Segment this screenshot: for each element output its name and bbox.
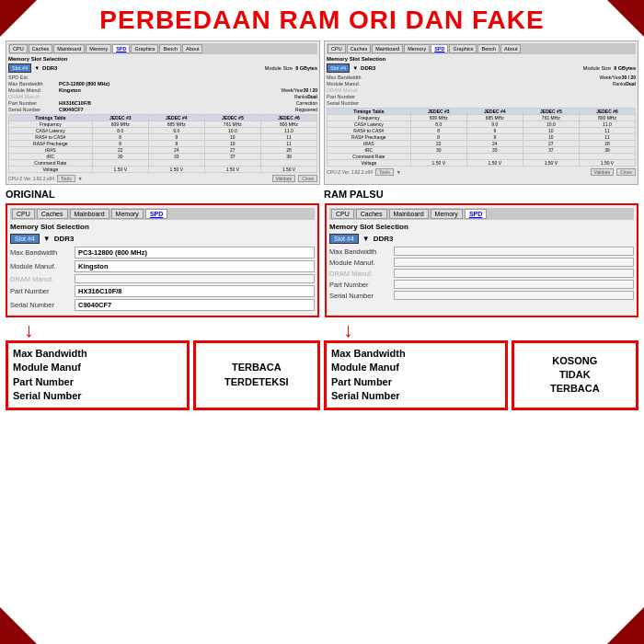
- dram-manuf-label-sr: DRAM Manuf.: [327, 87, 377, 93]
- memory-slot-title-ll: Memory Slot Selection: [10, 223, 315, 231]
- close-btn-sr[interactable]: Close: [616, 168, 636, 176]
- module-manuf-value-lr: [394, 258, 634, 267]
- ddr-label-sl: DDR3: [42, 65, 57, 71]
- timing-header-0-sl: Timings Table: [9, 115, 93, 121]
- tab-mainboard-sl[interactable]: Mainboard: [53, 44, 85, 53]
- tabs-bar-large-left: CPU Caches Mainboard Memory SPD: [10, 208, 315, 220]
- module-size-label-sl: Module Size: [60, 65, 293, 71]
- arrow-down-left: ↓: [6, 320, 319, 340]
- close-btn-sl[interactable]: Close: [298, 175, 317, 182]
- tools-btn-sl[interactable]: Tools: [57, 175, 75, 182]
- part-row-sl: Part Number HX316C10F/8 Correction: [8, 100, 317, 106]
- footer-bar-sr: CPU-Z Ver. 1.92.2.x64 Tools ▼ Validate C…: [327, 168, 636, 176]
- serial-row-sr: Serial Number: [327, 100, 636, 106]
- tab-memory-sl[interactable]: Memory: [86, 44, 111, 53]
- tab-memory-sr[interactable]: Memory: [404, 44, 430, 53]
- week-year-label-sl: Week/Year: [282, 87, 304, 93]
- top-row: CPU Caches Mainboard Memory SPD Graphics…: [0, 39, 644, 187]
- ddr-label-ll: DDR3: [54, 235, 75, 243]
- tab-caches-ll[interactable]: Caches: [37, 209, 68, 219]
- slot-select-lr[interactable]: Slot #4: [329, 234, 359, 244]
- serial-label-lr: Serial Number: [329, 292, 394, 300]
- tab-caches-sr[interactable]: Caches: [347, 44, 372, 53]
- slot-row-lr: Slot #4 ▼ DDR3: [329, 234, 634, 244]
- footer-ver-sl: CPU-Z Ver. 1.92.2.x64: [8, 176, 54, 181]
- module-manuf-row-ll: Module Manuf. Kingston: [10, 260, 315, 272]
- timing-row-1-sl: CAS# Latency8.09.010.011.0: [9, 128, 317, 134]
- tab-spd-sl[interactable]: SPD: [112, 44, 130, 53]
- part-row-ll: Part Number HX316C10F/8: [10, 285, 315, 297]
- tab-bench-sr[interactable]: Bench: [477, 44, 500, 53]
- info-section: Max BandwidthModule ManufPart NumberSeri…: [0, 340, 644, 412]
- tab-cpu-lr[interactable]: CPU: [331, 209, 354, 219]
- spd-ext-value-sl: [59, 75, 317, 80]
- tab-bench-sl[interactable]: Bench: [159, 44, 181, 53]
- tab-about-sr[interactable]: About: [500, 44, 521, 53]
- part-label-lr: Part Number: [329, 281, 394, 289]
- tab-mainboard-ll[interactable]: Mainboard: [70, 209, 109, 219]
- tab-caches-lr[interactable]: Caches: [356, 209, 387, 219]
- dram-manuf-row-ll: DRAM Manuf.: [10, 274, 315, 283]
- tab-cpu-ll[interactable]: CPU: [12, 209, 35, 219]
- max-bw-value-sr: [377, 75, 596, 80]
- header: PERBEDAAN RAM ORI DAN FAKE: [0, 0, 644, 39]
- slot-arrow-lr[interactable]: ▼: [362, 235, 370, 243]
- ranks-value-sl: Dual: [307, 94, 317, 99]
- tools-btn-sr[interactable]: Tools: [375, 168, 394, 176]
- part-row-sr: Part Number: [327, 94, 636, 99]
- arrow-right-container: ↓: [325, 319, 638, 340]
- week-year-value-sl: 30 / 20: [304, 87, 317, 93]
- serial-value-lr: [394, 291, 634, 300]
- tab-about-sl[interactable]: About: [182, 44, 202, 53]
- tab-mainboard-sr[interactable]: Mainboard: [372, 44, 403, 53]
- bottom-row: CPU Caches Mainboard Memory SPD Memory S…: [0, 201, 644, 319]
- slot-select-sl[interactable]: Slot #4: [8, 63, 31, 73]
- max-bw-row-sr: Max Bandwidth Week/Year 30 / 20: [327, 75, 636, 80]
- max-bw-value-sl: PC3-12800 (800 MHz): [59, 81, 317, 86]
- tab-mainboard-lr[interactable]: Mainboard: [389, 209, 429, 219]
- serial-label-sr: Serial Number: [327, 100, 377, 106]
- slot-select-ll[interactable]: Slot #4: [10, 234, 40, 244]
- slot-select-sr[interactable]: Slot #4: [327, 63, 350, 73]
- timing-row-2-sl: RAS# to CAS#891011: [9, 134, 317, 141]
- part-label-ll: Part Number: [10, 287, 75, 295]
- tab-cpu-sl[interactable]: CPU: [9, 44, 28, 53]
- max-bw-row-lr: Max Bandwidth: [329, 247, 634, 256]
- slot-arrow-ll[interactable]: ▼: [43, 235, 51, 243]
- timing-row-4-sl: tRAS22242728: [9, 147, 317, 154]
- tab-cpu-sr[interactable]: CPU: [328, 44, 346, 53]
- info-box-right: Max BandwidthModule ManufPart NumberSeri…: [324, 340, 508, 410]
- cpuz-small-left: CPU Caches Mainboard Memory SPD Graphics…: [6, 40, 320, 185]
- validate-btn-sr[interactable]: Validate: [591, 168, 615, 176]
- info-box-left: Max BandwidthModule ManufPart NumberSeri…: [6, 340, 190, 410]
- tab-spd-lr[interactable]: SPD: [465, 209, 487, 219]
- timing-header-2-sl: JEDEC #4: [148, 115, 204, 121]
- memory-slot-title-sr: Memory Slot Selection: [327, 56, 636, 62]
- original-label: ORIGINAL: [6, 189, 320, 200]
- tab-caches-sl[interactable]: Caches: [29, 44, 53, 53]
- tabs-bar-small-left: CPU Caches Mainboard Memory SPD Graphics…: [8, 43, 317, 54]
- module-manuf-row-sl: Module Manuf. Kingston Week/Year 30 / 20: [8, 87, 317, 93]
- tab-graphics-sl[interactable]: Graphics: [131, 44, 158, 53]
- max-bw-row-ll: Max Bandwidth PC3-12800 (800 MHz): [10, 247, 315, 259]
- validate-btn-sl[interactable]: Validate: [272, 175, 296, 182]
- module-manuf-label-sl: Module Manuf.: [8, 87, 59, 93]
- slot-arrow-sr[interactable]: ▼: [352, 65, 358, 71]
- module-manuf-value-sr: [377, 81, 609, 86]
- module-manuf-row-lr: Module Manuf.: [329, 258, 634, 267]
- max-bw-label-lr: Max Bandwidth: [329, 247, 394, 256]
- status-text-right: KOSONGTIDAKTERBACA: [550, 354, 600, 397]
- tab-graphics-sr[interactable]: Graphics: [449, 44, 477, 53]
- ranks-label-sr: Ranks: [613, 81, 626, 86]
- tab-spd-ll[interactable]: SPD: [145, 209, 167, 219]
- tab-spd-sr[interactable]: SPD: [431, 44, 448, 53]
- tab-memory-lr[interactable]: Memory: [431, 209, 463, 219]
- correction-label-sl: Correction: [296, 100, 317, 106]
- slot-arrow-sl[interactable]: ▼: [34, 65, 40, 71]
- tab-memory-ll[interactable]: Memory: [111, 209, 144, 219]
- dram-manuf-value-lr: [394, 269, 634, 278]
- dram-manuf-label-ll: DRAM Manuf.: [10, 275, 75, 283]
- timing-row-5-sl: tRC30333739: [9, 154, 317, 160]
- ddr-label-lr: DDR3: [374, 235, 394, 243]
- slot-row-ll: Slot #4 ▼ DDR3: [10, 234, 315, 244]
